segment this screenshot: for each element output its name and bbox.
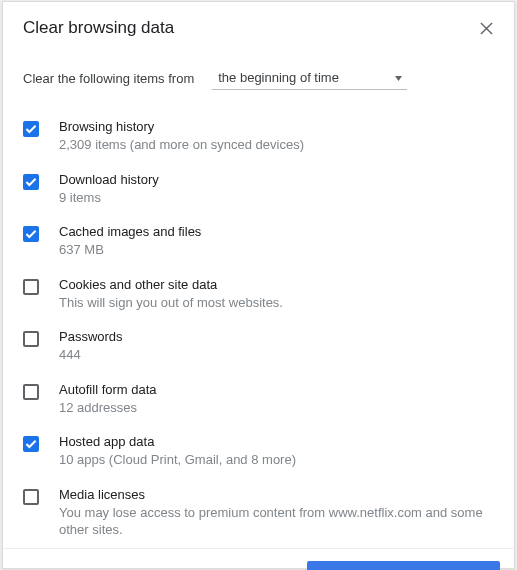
clear-browsing-data-button[interactable]: CLEAR BROWSING DATA — [307, 561, 500, 570]
close-button[interactable] — [476, 18, 496, 38]
item-subtitle: 9 items — [59, 189, 159, 207]
item-subtitle: 2,309 items (and more on synced devices) — [59, 136, 304, 154]
checkmark-icon — [25, 177, 37, 187]
checkbox[interactable] — [23, 489, 39, 505]
item-text: Download history9 items — [59, 172, 159, 207]
item-title: Cached images and files — [59, 224, 201, 239]
time-range-select[interactable]: the beginning of time ▾ — [212, 66, 407, 90]
items-list: Browsing history2,309 items (and more on… — [3, 96, 514, 548]
cancel-button[interactable]: CANCEL — [210, 561, 297, 570]
item-subtitle: 444 — [59, 346, 123, 364]
time-range-value: the beginning of time — [218, 70, 339, 85]
item-text: Cookies and other site dataThis will sig… — [59, 277, 283, 312]
list-item: Media licensesYou may lose access to pre… — [23, 478, 494, 548]
list-item: Autofill form data12 addresses — [23, 373, 494, 426]
dialog-header: Clear browsing data — [3, 2, 514, 46]
checkmark-icon — [25, 229, 37, 239]
item-title: Cookies and other site data — [59, 277, 283, 292]
item-text: Browsing history2,309 items (and more on… — [59, 119, 304, 154]
time-range-row: Clear the following items from the begin… — [3, 46, 514, 96]
close-icon — [480, 22, 493, 35]
checkbox[interactable] — [23, 121, 39, 137]
list-item: Download history9 items — [23, 163, 494, 216]
dialog-title: Clear browsing data — [23, 18, 174, 38]
list-item: Cached images and files637 MB — [23, 215, 494, 268]
clear-browsing-data-dialog: Clear browsing data Clear the following … — [2, 1, 515, 569]
item-title: Download history — [59, 172, 159, 187]
item-subtitle: 12 addresses — [59, 399, 157, 417]
list-item: Passwords444 — [23, 320, 494, 373]
list-item: Cookies and other site dataThis will sig… — [23, 268, 494, 321]
item-text: Cached images and files637 MB — [59, 224, 201, 259]
item-title: Media licenses — [59, 487, 494, 502]
list-item: Hosted app data10 apps (Cloud Print, Gma… — [23, 425, 494, 478]
item-title: Passwords — [59, 329, 123, 344]
checkmark-icon — [25, 124, 37, 134]
item-subtitle: You may lose access to premium content f… — [59, 504, 494, 539]
item-subtitle: This will sign you out of most websites. — [59, 294, 283, 312]
item-title: Browsing history — [59, 119, 304, 134]
item-text: Autofill form data12 addresses — [59, 382, 157, 417]
checkmark-icon — [25, 439, 37, 449]
checkbox[interactable] — [23, 384, 39, 400]
item-text: Media licensesYou may lose access to pre… — [59, 487, 494, 539]
dialog-footer: CANCEL CLEAR BROWSING DATA — [3, 548, 514, 570]
checkbox[interactable] — [23, 279, 39, 295]
item-subtitle: 10 apps (Cloud Print, Gmail, and 8 more) — [59, 451, 296, 469]
item-text: Passwords444 — [59, 329, 123, 364]
checkbox[interactable] — [23, 331, 39, 347]
checkbox[interactable] — [23, 174, 39, 190]
checkbox[interactable] — [23, 436, 39, 452]
chevron-down-icon: ▾ — [395, 72, 402, 83]
item-title: Autofill form data — [59, 382, 157, 397]
item-title: Hosted app data — [59, 434, 296, 449]
item-text: Hosted app data10 apps (Cloud Print, Gma… — [59, 434, 296, 469]
checkbox[interactable] — [23, 226, 39, 242]
item-subtitle: 637 MB — [59, 241, 201, 259]
time-range-label: Clear the following items from — [23, 71, 194, 86]
list-item: Browsing history2,309 items (and more on… — [23, 110, 494, 163]
